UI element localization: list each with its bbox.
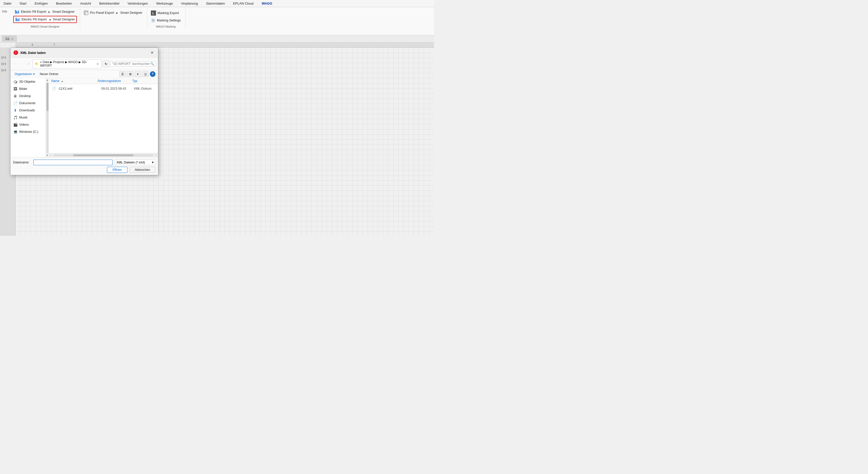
bilder-icon: 🖼 (13, 87, 18, 91)
nav-vertical-scrollbar[interactable]: ▲ ▼ (46, 78, 49, 157)
menu-stammdaten[interactable]: Stammdaten (205, 1, 226, 6)
pro-panel-arrow: ▶ (116, 11, 118, 14)
marking-export-icon: L (151, 10, 156, 16)
nav-back-button[interactable]: ← (12, 61, 18, 67)
videos-icon: 🎬 (13, 122, 18, 127)
nav-item-windows-label: Windows (C:) (19, 130, 38, 134)
menu-verbindungen[interactable]: Verbindungen (126, 1, 149, 6)
filetype-dropdown-arrow: ▾ (152, 160, 154, 164)
menu-wago[interactable]: WAGO (260, 1, 274, 6)
nav-item-windows-c[interactable]: 💻 Windows (C:) (10, 128, 46, 135)
hscroll-right-arrow[interactable]: › (154, 153, 158, 157)
nav-scroll-track (46, 82, 49, 153)
address-path-bar[interactable]: 📁 « Data ▶ Projects ▶ WAGO ▶ SD-IMPORT ▾ (32, 59, 102, 68)
marking-settings-icon (151, 18, 155, 23)
help-button[interactable]: ? (150, 71, 155, 77)
nav-item-downloads[interactable]: ⬇ Downloads (10, 107, 46, 114)
group-title-pro-panel (82, 27, 144, 29)
dialog-warn-icon: ! (13, 50, 18, 55)
menu-werkzeuge[interactable]: Werkzeuge (155, 1, 175, 6)
path-dropdown-arrow[interactable]: ▾ (96, 63, 99, 65)
nav-item-3d-objekte[interactable]: 🎲 3D-Objekte (10, 78, 46, 85)
toolbar-right: ☰ ⊞ ▾ ◫ ? (119, 71, 155, 77)
menu-einfuegen[interactable]: Einfügen (33, 1, 49, 6)
nav-scroll-thumb[interactable] (46, 83, 49, 111)
tabbar: /11 ✕ (0, 35, 434, 42)
file-xml-icon: 📄 (51, 86, 56, 91)
tab-11-label: /11 (5, 37, 10, 40)
electric-p8-import-btn[interactable]: Electric P8 Import ◀ Smart Designer (13, 16, 77, 23)
menu-datei[interactable]: Datei (2, 1, 13, 6)
ribbon-group-marking: L Marking Export Marking Settings WAGO M… (148, 8, 186, 29)
menu-vorplanung[interactable]: Vorplanung (180, 1, 199, 6)
pro-panel-export-label: Pro Panel Export (90, 11, 114, 14)
dialog-close-button[interactable]: ✕ (149, 50, 155, 55)
nav-item-bilder[interactable]: 🖼 Bilder (10, 85, 46, 92)
marking-settings-btn[interactable]: Marking Settings (149, 18, 182, 24)
content-area: 6 7 10.9 10.9 10.9 ! XML Datei laden ✕ ←… (0, 42, 434, 236)
nav-item-downloads-label: Downloads (19, 109, 35, 112)
menu-betriebsmittel[interactable]: Betriebsmittel (98, 1, 121, 6)
nav-item-videos[interactable]: 🎬 Videos (10, 121, 46, 128)
view-list-button[interactable]: ☰ (119, 71, 126, 77)
filetype-dropdown[interactable]: XML Dateien (*.xml) ▾ (115, 159, 155, 165)
hscroll-left-arrow[interactable]: ‹ (49, 153, 53, 157)
hscroll-thumb[interactable] (73, 154, 133, 156)
chart-icon-export (15, 9, 20, 14)
filename-label: Dateiname: (13, 160, 31, 164)
tab-11[interactable]: /11 ✕ (2, 36, 17, 41)
dialog-bottom: Dateiname: XML Dateien (*.xml) ▾ Öffnen … (10, 157, 158, 175)
dialog-title-text: XML Datei laden (20, 51, 46, 55)
col-header-type[interactable]: Typ (132, 79, 155, 83)
menu-ansicht[interactable]: Ansicht (79, 1, 93, 6)
3d-objects-icon: 🎲 (13, 80, 18, 84)
col-header-name[interactable]: Name ▲ (51, 79, 97, 83)
nav-up-button[interactable]: ↑ (26, 61, 31, 67)
menu-start[interactable]: Start (18, 1, 28, 6)
electric-p8-export-label: Electric P8 Export (21, 10, 46, 13)
svg-rect-5 (17, 19, 18, 21)
cancel-button[interactable]: Abbrechen (129, 167, 155, 173)
nav-scroll-up-arrow[interactable]: ▲ (46, 78, 49, 82)
view-grid-button[interactable]: ⊞ (127, 71, 133, 77)
tab-close-icon[interactable]: ✕ (11, 37, 13, 40)
path-refresh-button[interactable]: ↻ (103, 61, 109, 67)
nav-item-musik[interactable]: 🎵 Musik (10, 114, 46, 121)
open-button[interactable]: Öffnen (107, 167, 127, 173)
smart-designer-label3: Smart Designer (120, 11, 143, 14)
new-folder-button[interactable]: Neuer Ordner (38, 72, 60, 77)
ribbon-group-pro-panel: Pro Panel Export ▶ Smart Designer (81, 8, 147, 29)
dialog-toolbar: Organisieren ▾ Neuer Ordner ☰ ⊞ ▾ ◫ ? (10, 70, 158, 78)
organize-button[interactable]: Organisieren ▾ (13, 72, 36, 77)
desktop-icon: 🖥 (13, 94, 18, 98)
search-input[interactable] (112, 62, 150, 66)
menu-bearbeiten[interactable]: Bearbeiten (54, 1, 73, 6)
musik-icon: 🎵 (13, 115, 18, 120)
nav-scroll-down-arrow[interactable]: ▼ (46, 153, 49, 157)
view-dropdown-button[interactable]: ▾ (134, 71, 141, 77)
menu-eplan-cloud[interactable]: EPLAN Cloud (231, 1, 255, 6)
nav-panel-wrapper: 🎲 3D-Objekte 🖼 Bilder 🖥 Desktop 📄 (10, 78, 49, 157)
svg-rect-4 (16, 18, 16, 21)
dokumente-icon: 📄 (13, 101, 18, 106)
nav-forward-button[interactable]: → (19, 61, 25, 67)
nav-panel: 🎲 3D-Objekte 🖼 Bilder 🖥 Desktop 📄 (10, 78, 46, 157)
col-header-date[interactable]: Änderungsdatum (97, 79, 132, 83)
electric-p8-export-btn[interactable]: Electric P8 Export ▶ Smart Designer (13, 9, 77, 15)
filename-input[interactable] (33, 159, 113, 165)
xml-file-dialog: ! XML Datei laden ✕ ← → ↑ 📁 « Data ▶ Pro… (10, 48, 158, 175)
filename-row: Dateiname: XML Dateien (*.xml) ▾ (13, 159, 155, 165)
marking-export-btn[interactable]: L Marking Export (149, 10, 182, 16)
ribbon-group-smart-designer: Electric P8 Export ▶ Smart Designer (12, 8, 80, 29)
nav-item-bilder-label: Bilder (19, 87, 27, 91)
name-sort-arrow: ▲ (61, 80, 63, 83)
electric-p8-import-label: Electric P8 Import (22, 18, 47, 21)
nav-item-desktop[interactable]: 🖥 Desktop (10, 92, 46, 99)
file-row[interactable]: 📄 -11X1.xml 09.01.2023 08:43 XML-Dokum (49, 85, 158, 92)
nav-item-dokumente[interactable]: 📄 Dokumente (10, 99, 46, 107)
pro-panel-export-btn[interactable]: Pro Panel Export ▶ Smart Designer (82, 10, 144, 16)
view-panel-button[interactable]: ◫ (142, 71, 149, 77)
filetype-label: XML Dateien (*.xml) (116, 160, 145, 164)
search-box: 🔍 (110, 61, 156, 66)
file-panel-horizontal-scrollbar[interactable]: ‹ › (49, 153, 158, 157)
